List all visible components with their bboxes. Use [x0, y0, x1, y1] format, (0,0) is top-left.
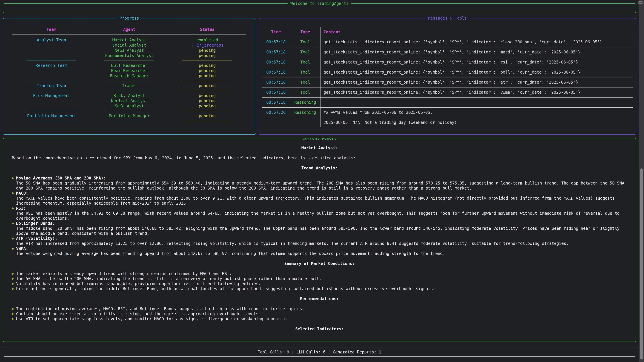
- message-type: Tool: [290, 87, 320, 97]
- agent-status-cell: pending: [168, 53, 246, 58]
- message-type: Tool: [290, 57, 320, 67]
- welcome-banner: Welcome to TradingAgents: [3, 3, 636, 13]
- column-header-type: Type: [290, 27, 320, 37]
- agent-status-cell: pending: [168, 113, 246, 119]
- team-group-separator: [12, 79, 246, 83]
- agent-name-cell: Risky Analyst: [90, 93, 168, 98]
- separator-line-status: [182, 121, 232, 121]
- agent-name-cell: News Analyst: [90, 48, 168, 53]
- report-bullet-item: Bollinger Bands:The middle band (20 SMA)…: [12, 221, 629, 236]
- column-header-content: Content: [320, 27, 633, 37]
- agent-status-cell: pending: [168, 63, 246, 68]
- scrollbar-top-widget-icon[interactable]: [638, 1, 643, 3]
- report-bullet-item: The market exhibits a steady upward tren…: [12, 271, 629, 276]
- separator-line-agent: [104, 121, 154, 121]
- message-content: [320, 97, 633, 107]
- agent-name-cell: Portfolio Manager: [90, 113, 168, 119]
- report-bullet-list: Moving Averages (50 SMA and 200 SMA):The…: [10, 176, 629, 256]
- spinner-icon: ⋮: [191, 43, 195, 48]
- bullet-title: RSI:: [16, 206, 26, 211]
- message-type: Tool: [290, 47, 320, 57]
- agent-status-cell: completed: [168, 37, 246, 43]
- progress-table-header: Team Agent Status: [12, 27, 246, 32]
- team-name-cell: Analyst Team: [12, 37, 90, 43]
- team-name-cell: Research Team: [12, 63, 90, 68]
- separator-line-status: [182, 111, 232, 111]
- message-type: Reasoning: [290, 107, 320, 127]
- message-time: 00:57:18: [262, 47, 290, 57]
- progress-row: Analyst TeamMarket Analystcompleted: [12, 37, 246, 43]
- message-content-line: get_stockstats_indicators_report_online:…: [324, 50, 630, 55]
- message-type: Reasoning: [290, 97, 320, 107]
- report-bullet-list: The market exhibits a steady upward tren…: [10, 271, 629, 291]
- message-content-line: [324, 100, 630, 105]
- team-group-separator: [12, 58, 246, 63]
- message-content-line: [324, 115, 630, 120]
- team-name-cell: Trading Team: [12, 83, 90, 88]
- message-content: get_stockstats_indicators_report_online:…: [320, 37, 633, 47]
- message-content-line: ## vwma values from 2025-05-06 to 2025-0…: [324, 110, 630, 115]
- message-row: 00:57:20Reasoning## vwma values from 202…: [262, 107, 633, 127]
- separator-line-status: [182, 60, 232, 61]
- progress-row: Fundamentals Analystpending: [12, 53, 246, 58]
- message-content-line: get_stockstats_indicators_report_online:…: [324, 39, 630, 44]
- team-name-cell: [12, 98, 90, 104]
- report-panel-title: Current Report: [300, 138, 339, 141]
- message-row: 00:57:18Toolget_stockstats_indicators_re…: [262, 77, 633, 87]
- message-content: get_stockstats_indicators_report_online:…: [320, 87, 633, 97]
- message-content: get_stockstats_indicators_report_online:…: [320, 67, 633, 77]
- column-header-status: Status: [168, 27, 246, 32]
- stats-footer: Tool Calls: 9 | LLM Calls: 6 | Generated…: [3, 348, 636, 357]
- report-section-heading: Trend Analysis:: [10, 166, 629, 171]
- welcome-banner-title: Welcome to TradingAgents: [288, 1, 351, 6]
- message-time: 00:57:18: [262, 77, 290, 87]
- report-intro: Based on the comprehensive data retrieve…: [10, 156, 629, 161]
- report-bullet-item: Moving Averages (50 SMA and 200 SMA):The…: [12, 176, 629, 191]
- separator-line-agent: [104, 111, 154, 111]
- agent-name-cell: Social Analyst: [90, 43, 168, 48]
- report-section-heading: Selected Indicators:: [10, 327, 629, 332]
- agent-name-cell: Research Manager: [90, 73, 168, 79]
- separator-line-status: [182, 81, 232, 81]
- report-bullet-item: MACD:The MACD values have been consisten…: [12, 191, 629, 206]
- report-bullet-item: ATR (Volatility):The ATR has increased f…: [12, 236, 629, 246]
- report-bullet-item: VWMA:The volume-weighted moving average …: [12, 246, 629, 256]
- message-row: 00:57:18Toolget_stockstats_indicators_re…: [262, 67, 633, 77]
- progress-panel-title: Progress: [117, 15, 142, 21]
- report-bullet-item: Use ATR to set appropriate stop-loss lev…: [12, 317, 629, 322]
- messages-table: Time Type Content 00:57:18Toolget_stocks…: [262, 27, 633, 127]
- messages-tools-panel: Messages & Tools Time Type Content 00:57…: [258, 18, 636, 135]
- message-row: 00:57:18Toolget_stockstats_indicators_re…: [262, 47, 633, 57]
- message-time: 00:57:18: [262, 87, 290, 97]
- progress-row: Safe Analystpending: [12, 104, 246, 109]
- scrollbar-track[interactable]: [639, 0, 644, 362]
- report-bullet-item: The 50 SMA is below the 200 SMA, indicat…: [12, 276, 629, 281]
- terminal-page: Welcome to TradingAgents Progress Team A…: [0, 0, 644, 357]
- report-main-heading: Market Analysis: [10, 145, 629, 150]
- separator-line-team: [26, 81, 76, 81]
- agent-status-cell: pending: [168, 73, 246, 79]
- separator-line-team: [26, 60, 76, 61]
- report-section-heading: Summary of Market Conditions:: [10, 261, 629, 266]
- footer-stats-text: Tool Calls: 9 | LLM Calls: 6 | Generated…: [258, 350, 381, 355]
- team-name-cell: Risk Management: [12, 93, 90, 98]
- team-group-separator: [12, 88, 246, 93]
- message-type: Tool: [290, 37, 320, 47]
- agent-status-cell: pending: [168, 48, 246, 53]
- separator-line-team: [26, 111, 76, 111]
- separator-line-agent: [104, 91, 154, 91]
- bullet-title: ATR (Volatility):: [16, 236, 57, 241]
- bullet-title: VWMA:: [16, 246, 28, 251]
- scrollbar-thumb[interactable]: [640, 168, 643, 360]
- report-section-heading: Recommendations:: [10, 296, 629, 301]
- message-content: get_stockstats_indicators_report_online:…: [320, 57, 633, 67]
- message-content-line: get_stockstats_indicators_report_online:…: [324, 70, 630, 75]
- separator-line-agent: [104, 60, 154, 61]
- message-content-line: get_stockstats_indicators_report_online:…: [324, 80, 630, 85]
- current-report-panel: Current Report Market Analysis Based on …: [3, 138, 636, 342]
- team-group-separator: [12, 119, 246, 123]
- progress-row: Portfolio ManagementPortfolio Managerpen…: [12, 113, 246, 119]
- agent-status-cell: pending: [168, 98, 246, 104]
- agent-status-cell: pending: [168, 104, 246, 109]
- message-content-line: get_stockstats_indicators_report_online:…: [324, 60, 630, 65]
